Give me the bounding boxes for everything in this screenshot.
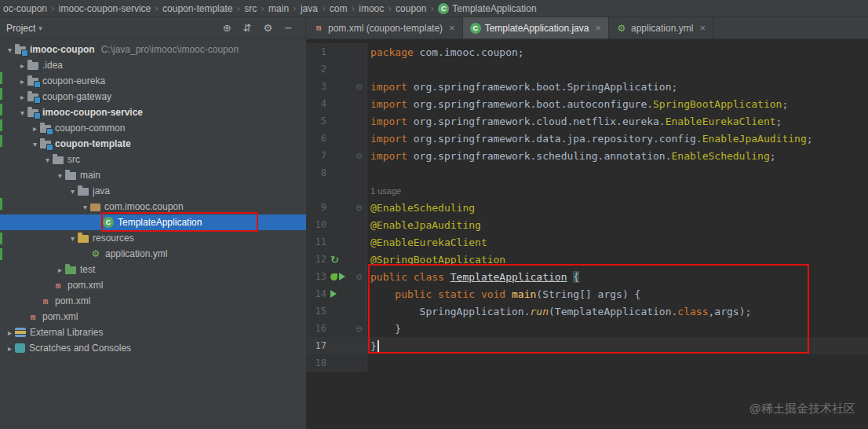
project-panel-title[interactable]: Project (6, 23, 35, 34)
code-text[interactable]: SpringApplication.run(TemplateApplicatio… (367, 306, 751, 317)
code-segment: class (677, 306, 708, 317)
code-text[interactable]: import org.springframework.cloud.netflix… (367, 116, 782, 127)
tree-item-coupon-eureka[interactable]: ▸coupon-eureka (0, 73, 306, 89)
tree-item-label: External Libraries (30, 327, 103, 338)
tree-item-templateapplication[interactable]: CTemplateApplication (0, 214, 306, 230)
code-text[interactable]: public class TemplateApplication { (367, 271, 579, 283)
settings-icon[interactable]: ⚙ (263, 22, 272, 34)
code-text[interactable]: } (367, 323, 401, 335)
spring-boot-icon[interactable] (330, 273, 337, 280)
tree-item-coupon-common[interactable]: ▸coupon-common (0, 120, 306, 136)
tab-pom.xml-coupon-template[interactable]: mpom.xml (coupon-template)× (306, 17, 463, 38)
code-line-11: 11@EnableEurekaClient (306, 233, 868, 251)
tab-application.yml[interactable]: ⚙application.yml× (609, 17, 713, 38)
breadcrumb-item-java[interactable]: java (299, 3, 319, 14)
code-segment: @EnableScheduling (370, 202, 475, 214)
chevron-down-icon[interactable]: ▾ (38, 24, 42, 32)
folder-icon (78, 188, 89, 196)
run-icon[interactable] (339, 273, 345, 280)
chevron-right-icon[interactable]: ▸ (5, 328, 15, 337)
tree-item-resources[interactable]: ▾resources (0, 230, 306, 246)
code-text[interactable]: import org.springframework.boot.autoconf… (367, 98, 788, 110)
breadcrumb-item-coupon-template[interactable]: coupon-template (161, 3, 234, 14)
breadcrumb-item-src[interactable]: src (243, 3, 258, 14)
hide-icon[interactable]: − (284, 22, 293, 34)
code-text[interactable]: import org.springframework.data.jpa.repo… (367, 133, 813, 145)
fold-icon[interactable]: ⊖ (352, 204, 367, 212)
tree-item-label: java (93, 185, 110, 196)
locate-icon[interactable]: ⊕ (223, 22, 232, 34)
breadcrumb-item-imooc[interactable]: imooc (357, 3, 385, 14)
code-segment: import (370, 98, 407, 110)
close-icon[interactable]: × (595, 22, 601, 34)
code-text[interactable]: @EnableJpaAuditing (367, 219, 481, 231)
breadcrumb-item-coupon[interactable]: coupon (394, 3, 428, 14)
maven-icon: m (53, 280, 64, 291)
chevron-right-icon[interactable]: ▸ (5, 344, 15, 353)
tree-item-coupon-gateway[interactable]: ▸coupon-gateway (0, 89, 306, 104)
chevron-down-icon[interactable]: ▾ (67, 187, 78, 196)
tree-item-test[interactable]: ▸test (0, 262, 306, 277)
code-text[interactable]: 1 usage (367, 185, 401, 196)
tree-item-src[interactable]: ▾src (0, 152, 306, 167)
tree-item-imooc-coupon-service[interactable]: ▾imooc-coupon-service (0, 104, 306, 120)
code-text[interactable]: public static void main(String[] args) { (367, 288, 640, 300)
chevron-down-icon[interactable]: ▾ (67, 234, 78, 243)
chevron-down-icon[interactable]: ▾ (30, 140, 40, 148)
code-text[interactable]: import org.springframework.scheduling.an… (367, 150, 776, 162)
run-icon[interactable] (330, 290, 337, 298)
tree-item-imooc-coupon[interactable]: ▾imooc-couponC:\java_pro\imooc\imooc-cou… (0, 42, 306, 57)
tree-item-application.yml[interactable]: ⚙application.yml (0, 246, 306, 262)
fold-icon[interactable]: ⊖ (352, 152, 367, 160)
chevron-right-icon[interactable]: ▸ (17, 93, 27, 101)
fold-icon[interactable]: ⊖ (352, 273, 367, 281)
chevron-right-icon[interactable]: ▸ (55, 266, 65, 274)
tab-templateapplication.java[interactable]: CTemplateApplication.java× (463, 17, 609, 38)
chevron-down-icon[interactable]: ▾ (55, 171, 65, 180)
tree-item-pom.xml[interactable]: mpom.xml (0, 277, 306, 293)
tree-item-external-libraries[interactable]: ▸External Libraries (0, 324, 306, 340)
breadcrumb-item-main[interactable]: main (267, 3, 290, 14)
breadcrumb-item-templateapplication[interactable]: CTemplateApplication (436, 3, 538, 14)
breadcrumb-separator-icon: › (388, 3, 392, 14)
tree-item-java[interactable]: ▾java (0, 183, 306, 199)
spring-bean-icon[interactable]: ↻ (330, 255, 339, 265)
close-icon[interactable]: × (449, 22, 455, 34)
tree-item-.idea[interactable]: ▸.idea (0, 57, 306, 73)
maven-icon: m (27, 311, 38, 322)
tree-item-pom.xml[interactable]: mpom.xml (0, 309, 306, 324)
code-text[interactable]: } (367, 340, 379, 352)
close-icon[interactable]: × (699, 22, 706, 34)
breadcrumb-item-imooc-coupon-service[interactable]: imooc-coupon-service (57, 3, 152, 14)
breadcrumb-item-oc-coupon[interactable]: oc-coupon (2, 3, 49, 14)
chevron-down-icon[interactable]: ▾ (42, 156, 53, 164)
breadcrumb-item-com[interactable]: com (328, 3, 349, 14)
code-text[interactable]: @EnableScheduling (367, 202, 475, 214)
tree-item-label: imooc-coupon-service (42, 107, 143, 118)
chevron-right-icon[interactable]: ▸ (30, 124, 40, 133)
code-line-5: 5import org.springframework.cloud.netfli… (306, 112, 868, 130)
tree-item-main[interactable]: ▾main (0, 167, 306, 183)
chevron-right-icon[interactable]: ▸ (17, 61, 27, 70)
fold-icon[interactable]: ⊖ (352, 324, 367, 333)
chevron-down-icon[interactable]: ▾ (80, 203, 90, 211)
chevron-right-icon[interactable]: ▸ (17, 77, 27, 86)
collapse-all-icon[interactable]: ⇵ (243, 22, 252, 34)
gutter: 7⊖ (306, 147, 367, 164)
tree-item-com.imooc.coupon[interactable]: ▾com.imooc.coupon (0, 199, 306, 214)
code-text[interactable]: @EnableEurekaClient (367, 236, 487, 248)
editor-code[interactable]: 1package com.imooc.coupon;23⊖import org.… (306, 39, 868, 429)
chevron-down-icon[interactable]: ▾ (5, 46, 15, 54)
code-text[interactable]: @SpringBootApplication (367, 254, 505, 266)
tree-item-pom.xml[interactable]: mpom.xml (0, 293, 306, 309)
chevron-down-icon[interactable]: ▾ (17, 108, 27, 117)
line-number: 4 (306, 98, 326, 109)
tab-label: application.yml (631, 23, 693, 34)
code-text[interactable]: package com.imooc.coupon; (367, 46, 524, 58)
tree-item-scratches-and-consoles[interactable]: ▸Scratches and Consoles (0, 340, 306, 356)
line-number: 7 (306, 150, 326, 161)
line-number: 11 (306, 236, 326, 248)
fold-icon[interactable]: ⊖ (352, 82, 367, 91)
tree-item-coupon-template[interactable]: ▾coupon-template (0, 136, 306, 152)
code-text[interactable]: import org.springframework.boot.SpringAp… (367, 81, 677, 93)
